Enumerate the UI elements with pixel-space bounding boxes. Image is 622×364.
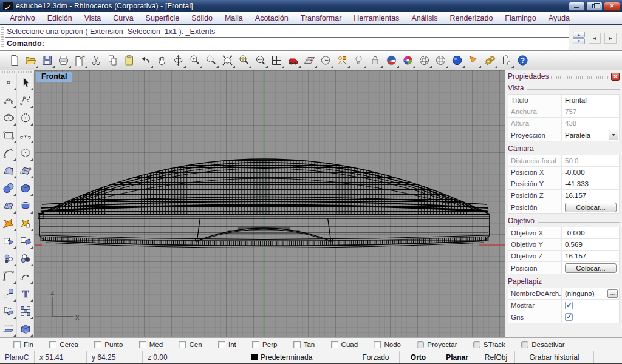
osnap-tan[interactable]: Tan (293, 341, 315, 348)
tool-polyline[interactable] (17, 91, 34, 109)
tool-array[interactable] (17, 302, 34, 320)
checkbox-icon[interactable] (179, 341, 186, 348)
osnap-cen[interactable]: Cen (179, 341, 202, 348)
osnap-strack[interactable]: STrack (473, 341, 505, 348)
tool-text[interactable]: T (17, 285, 34, 302)
osnap-punto[interactable]: Punto (94, 341, 123, 348)
menu-vista[interactable]: Vista (78, 13, 108, 24)
objetivo-z-value[interactable]: 16.157 (562, 251, 619, 261)
objetivo-x-value[interactable]: -0.000 (562, 228, 619, 238)
tool-surface-patch[interactable] (0, 161, 17, 179)
menu-ayuda[interactable]: Ayuda (542, 13, 576, 24)
osnap-fin[interactable]: Fin (13, 341, 33, 348)
titulo-value[interactable]: Frontal (562, 95, 619, 106)
layer-objects-button[interactable] (334, 52, 350, 69)
osnap-med[interactable]: Med (139, 341, 163, 348)
camara-colocar-button[interactable]: Colocar... (565, 203, 617, 212)
command-input[interactable]: Comando: (5, 38, 569, 50)
tool-rotate-copy[interactable] (0, 302, 17, 320)
undo-button[interactable] (137, 52, 154, 69)
tool-boolean-difference[interactable] (17, 249, 34, 267)
checkbox-icon[interactable] (49, 341, 56, 348)
osnap-cuad[interactable]: Cuad (331, 341, 358, 348)
menu-edicion[interactable]: Edición (41, 13, 78, 24)
mostrar-checkbox[interactable] (565, 302, 573, 309)
tool-polygon[interactable] (17, 144, 34, 161)
tool-box[interactable] (17, 179, 34, 197)
viewport-frontal[interactable]: Frontal (35, 70, 505, 337)
menu-curva[interactable]: Curva (107, 13, 139, 24)
current-layer-pane[interactable]: Predeterminada (246, 351, 352, 363)
tool-rectangle[interactable] (0, 126, 17, 144)
tool-curve[interactable] (0, 91, 17, 109)
spinner-down-button[interactable]: ▼ (573, 38, 585, 44)
browse-file-button[interactable]: ... (607, 289, 618, 298)
close-button[interactable]: ✕ (604, 2, 620, 11)
checkbox-icon[interactable] (13, 341, 21, 348)
camara-posz-value[interactable]: 16.157 (562, 190, 619, 201)
mesh-sphere-button[interactable] (432, 52, 449, 69)
tool-circle[interactable] (17, 109, 34, 126)
osnap-cerca[interactable]: Cerca (49, 341, 78, 348)
panel-drag-dots[interactable] (551, 76, 609, 79)
checkbox-icon[interactable] (94, 341, 101, 348)
checkbox-icon[interactable] (331, 341, 338, 348)
tool-trim[interactable] (0, 232, 17, 249)
nombre-archivo-value[interactable]: (ninguno) (565, 290, 595, 297)
planar-toggle[interactable]: Planar (437, 351, 477, 363)
tool-boolean-orange[interactable] (17, 214, 34, 232)
forzado-toggle[interactable]: Forzado (352, 351, 400, 363)
tool-explode[interactable] (0, 214, 17, 232)
osnap-int[interactable]: Int (218, 341, 236, 348)
options-button[interactable] (482, 52, 498, 69)
tool-arc[interactable] (17, 126, 34, 144)
zoom-window-button[interactable] (203, 52, 219, 69)
help-button[interactable]: ? (514, 52, 531, 69)
new-file-button[interactable] (6, 52, 22, 69)
wireframe-sphere-button[interactable] (416, 52, 432, 69)
cplane-button[interactable] (301, 52, 318, 69)
checkbox-icon[interactable] (139, 341, 146, 348)
tool-mesh-surface[interactable] (0, 197, 17, 214)
osnap-proyectar[interactable]: Proyectar (417, 341, 457, 348)
checkbox-icon[interactable] (521, 341, 528, 348)
tool-extrude[interactable] (0, 320, 17, 337)
checkbox-icon[interactable] (293, 341, 301, 348)
restore-button[interactable] (586, 2, 603, 11)
menu-flamingo[interactable]: Flamingo (499, 13, 542, 24)
checkbox-icon[interactable] (218, 341, 225, 348)
circle-tool-button[interactable] (318, 52, 334, 69)
dimension-button[interactable] (498, 52, 514, 69)
tool-boolean-union[interactable] (0, 249, 17, 267)
checkbox-icon[interactable] (417, 341, 424, 348)
tool-blend-curve[interactable] (17, 267, 34, 285)
paste-button[interactable] (121, 52, 137, 69)
tool-scale[interactable] (0, 285, 17, 302)
pan-button[interactable] (154, 52, 170, 69)
tool-point[interactable] (0, 73, 17, 91)
open-file-button[interactable] (22, 52, 39, 69)
tool-select[interactable] (17, 73, 34, 91)
tool-corner-arc[interactable] (0, 144, 17, 161)
menu-renderizado[interactable]: Renderizado (443, 13, 499, 24)
export-button[interactable] (72, 52, 88, 69)
color-wheel-button[interactable] (400, 52, 416, 69)
proyeccion-value[interactable]: Paralela (565, 132, 590, 139)
grabar-historial-toggle[interactable]: Grabar historial (515, 351, 594, 363)
lock-button[interactable] (367, 52, 383, 69)
named-views-button[interactable] (285, 52, 301, 69)
lamp-button[interactable] (350, 52, 367, 69)
zoom-previous-button[interactable] (252, 52, 268, 69)
tool-fillet-curve[interactable] (0, 267, 17, 285)
cut-button[interactable] (88, 52, 104, 69)
history-back-button[interactable]: ◄ (589, 33, 601, 44)
menu-superficie[interactable]: Superficie (140, 13, 186, 24)
zoom-dynamic-button[interactable] (186, 52, 203, 69)
checkbox-icon[interactable] (252, 341, 259, 348)
menu-transformar[interactable]: Transformar (295, 13, 348, 24)
copy-button[interactable] (104, 52, 121, 69)
osnap-desactivar[interactable]: Desactivar (521, 341, 564, 348)
gris-checkbox[interactable] (565, 313, 573, 321)
tool-spheres[interactable] (0, 179, 17, 197)
menu-herramientas[interactable]: Herramientas (347, 13, 405, 24)
